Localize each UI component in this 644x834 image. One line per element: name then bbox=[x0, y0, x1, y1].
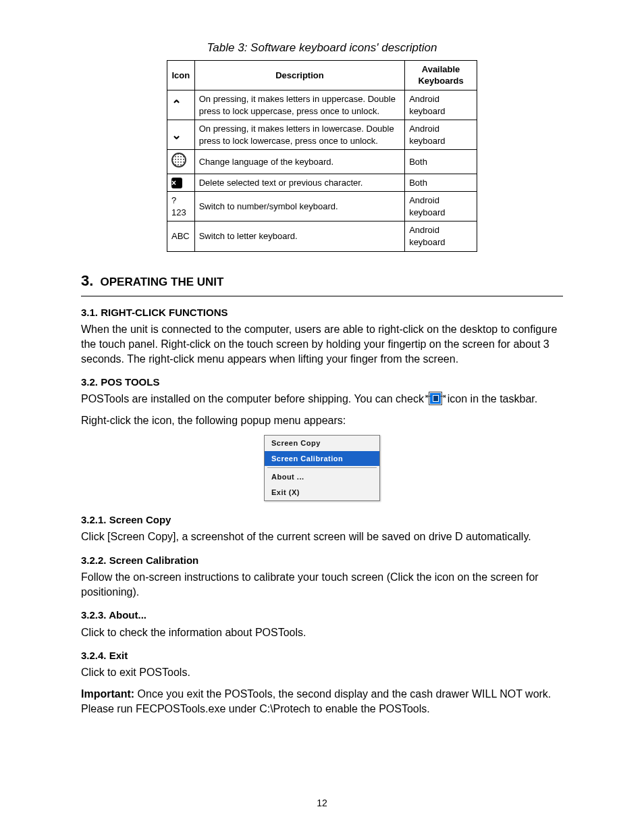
paragraph: Click to exit POSTools. bbox=[81, 665, 563, 680]
subsection-heading: 3.2.1. Screen Copy bbox=[81, 513, 563, 527]
section-title: OPERATING THE UNIT bbox=[100, 276, 223, 288]
cell-desc: Switch to letter keyboard. bbox=[194, 221, 404, 251]
popup-menu-graphic: Screen Copy Screen Calibration About ...… bbox=[81, 435, 563, 501]
subsection-heading: 3.2. POS TOOLS bbox=[81, 375, 563, 389]
note-label: Important: bbox=[81, 688, 134, 700]
table-row: ⌄ On pressing, it makes letters in lower… bbox=[167, 120, 477, 150]
delete-icon: × bbox=[171, 178, 182, 188]
cell-desc: Delete selected text or previous charact… bbox=[194, 174, 404, 192]
menu-separator bbox=[267, 467, 377, 468]
pos-tools-taskbar-icon bbox=[429, 392, 442, 405]
th-avail: Available Keyboards bbox=[405, 60, 477, 90]
table-row: ABC Switch to letter keyboard. Android k… bbox=[167, 221, 477, 251]
important-note: Important: Once you exit the POSTools, t… bbox=[81, 687, 563, 716]
subsection-heading: 3.1. RIGHT-CLICK FUNCTIONS bbox=[81, 306, 563, 319]
menu-item-screen-calibration: Screen Calibration bbox=[265, 451, 379, 467]
cell-desc: On pressing, it makes letters in lowerca… bbox=[194, 120, 404, 150]
cell-avail: Android keyboard bbox=[405, 90, 477, 120]
menu-item-exit: Exit (X) bbox=[265, 485, 379, 500]
cell-desc: Change language of the keyboard. bbox=[194, 150, 404, 174]
subsection-number: 3.1. bbox=[81, 307, 98, 318]
subsection-title: Exit bbox=[109, 650, 128, 661]
menu-item-screen-copy: Screen Copy bbox=[265, 436, 379, 451]
subsection-number: 3.2.3. bbox=[81, 609, 107, 621]
table-row: × Delete selected text or previous chara… bbox=[167, 174, 477, 192]
chevron-down-icon: ⌄ bbox=[171, 127, 182, 143]
subsection-title: Screen Calibration bbox=[109, 554, 199, 566]
text-fragment: POSTools are installed on the computer b… bbox=[81, 393, 424, 405]
cell-avail: Both bbox=[405, 150, 477, 174]
abc-switch-icon: ABC bbox=[167, 221, 195, 251]
divider bbox=[81, 296, 563, 296]
paragraph: When the unit is connected to the comput… bbox=[81, 322, 563, 366]
table-row: Change language of the keyboard. Both bbox=[167, 150, 477, 174]
paragraph: Click [Screen Copy], a screenshot of the… bbox=[81, 529, 563, 544]
cell-desc: On pressing, it makes letters in upperca… bbox=[194, 90, 404, 120]
paragraph: Right-click the icon, the following popu… bbox=[81, 413, 563, 428]
section-number: 3. bbox=[81, 272, 93, 289]
subsection-heading: 3.2.2. Screen Calibration bbox=[81, 554, 563, 567]
cell-desc: Switch to number/symbol keyboard. bbox=[194, 192, 404, 221]
cell-avail: Both bbox=[405, 174, 477, 192]
subsection-number: 3.2.2. bbox=[81, 554, 107, 566]
globe-icon bbox=[171, 153, 186, 167]
cell-avail: Android keyboard bbox=[405, 221, 477, 251]
cell-avail: Android keyboard bbox=[405, 192, 477, 221]
section-heading: 3. OPERATING THE UNIT bbox=[81, 271, 563, 291]
cell-avail: Android keyboard bbox=[405, 120, 477, 150]
page-number: 12 bbox=[0, 797, 644, 810]
subsection-title: Screen Copy bbox=[109, 514, 171, 525]
popup-menu: Screen Copy Screen Calibration About ...… bbox=[264, 435, 380, 501]
paragraph: Click to check the information about POS… bbox=[81, 625, 563, 640]
th-desc: Description bbox=[194, 60, 404, 90]
paragraph: POSTools are installed on the computer b… bbox=[81, 392, 563, 407]
subsection-number: 3.2.1. bbox=[81, 514, 107, 525]
subsection-heading: 3.2.4. Exit bbox=[81, 649, 563, 662]
subsection-title: RIGHT-CLICK FUNCTIONS bbox=[101, 307, 227, 318]
text-fragment: icon in the taskbar. bbox=[448, 393, 537, 405]
subsection-heading: 3.2.3. About... bbox=[81, 608, 563, 622]
chevron-up-icon: ⌃ bbox=[171, 97, 182, 113]
menu-item-about: About ... bbox=[265, 469, 379, 485]
subsection-number: 3.2. bbox=[81, 376, 98, 388]
subsection-number: 3.2.4. bbox=[81, 650, 107, 661]
note-text: Once you exit the POSTools, the second d… bbox=[81, 688, 551, 714]
subsection-title: About... bbox=[109, 609, 146, 621]
num-switch-icon: ?123 bbox=[167, 192, 195, 221]
table-title: Table 3: Software keyboard icons' descri… bbox=[81, 41, 563, 56]
subsection-title: POS TOOLS bbox=[101, 376, 159, 388]
paragraph: Follow the on-screen instructions to cal… bbox=[81, 570, 563, 599]
software-keys-table: Icon Description Available Keyboards ⌃ O… bbox=[167, 60, 477, 252]
table-row: ⌃ On pressing, it makes letters in upper… bbox=[167, 90, 477, 120]
th-icon: Icon bbox=[167, 60, 195, 90]
table-row: ?123 Switch to number/symbol keyboard. A… bbox=[167, 192, 477, 221]
